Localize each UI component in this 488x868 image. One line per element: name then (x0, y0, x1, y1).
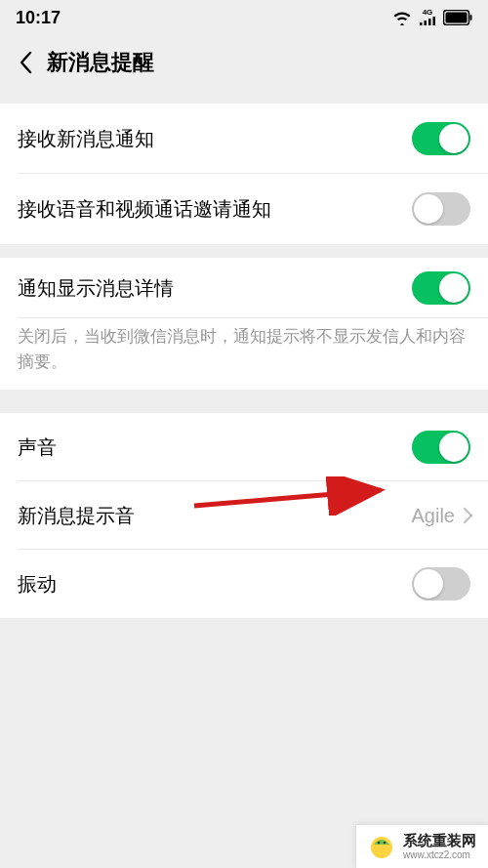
row-sound[interactable]: 声音 (0, 413, 488, 481)
row-show-detail[interactable]: 通知显示消息详情 (0, 258, 488, 318)
watermark-logo-icon (368, 833, 395, 860)
watermark-main: 系统重装网 (403, 833, 476, 849)
section-sound: 声音 新消息提示音 Agile 振动 (0, 413, 488, 618)
separator (0, 390, 488, 413)
switch-receive-voip[interactable] (412, 192, 470, 226)
watermark-text: 系统重装网 www.xtcz2.com (403, 833, 476, 860)
row-label: 振动 (18, 571, 412, 598)
row-label: 声音 (18, 434, 412, 461)
row-label: 接收语音和视频通话邀请通知 (18, 196, 412, 223)
switch-sound[interactable] (412, 431, 470, 464)
row-receive-voip[interactable]: 接收语音和视频通话邀请通知 (0, 174, 488, 244)
separator (0, 244, 488, 258)
status-icons: 4G (392, 10, 472, 25)
switch-vibrate[interactable] (412, 567, 470, 600)
separator (0, 90, 488, 103)
row-label: 通知显示消息详情 (18, 275, 412, 302)
watermark: 系统重装网 www.xtcz2.com (355, 824, 488, 868)
page-title: 新消息提醒 (47, 48, 154, 77)
svg-rect-1 (425, 21, 427, 25)
svg-rect-3 (433, 17, 436, 25)
row-label: 新消息提示音 (18, 503, 412, 529)
row-value: Agile (412, 505, 455, 527)
section-receive: 接收新消息通知 接收语音和视频通话邀请通知 (0, 103, 488, 244)
signal-4g-icon: 4G (420, 10, 435, 24)
svg-rect-6 (470, 15, 472, 21)
battery-icon (443, 10, 472, 25)
status-bar: 10:17 4G (0, 0, 488, 35)
nav-header: 新消息提醒 (0, 35, 488, 90)
chevron-right-icon (457, 508, 473, 524)
row-receive-new-msg[interactable]: 接收新消息通知 (0, 103, 488, 174)
back-button[interactable] (12, 49, 39, 76)
watermark-sub: www.xtcz2.com (403, 849, 476, 860)
row-vibrate[interactable]: 振动 (0, 550, 488, 618)
row-sound-tone[interactable]: 新消息提示音 Agile (0, 481, 488, 550)
status-time: 10:17 (16, 8, 61, 28)
section-detail: 通知显示消息详情 关闭后，当收到微信消息时，通知提示将不显示发信人和内容摘要。 (0, 258, 488, 390)
svg-rect-5 (446, 13, 468, 23)
svg-point-11 (384, 842, 386, 844)
row-label: 接收新消息通知 (18, 126, 412, 152)
chevron-left-icon (19, 51, 32, 74)
detail-description: 关闭后，当收到微信消息时，通知提示将不显示发信人和内容摘要。 (0, 318, 488, 390)
svg-rect-2 (428, 19, 431, 25)
switch-receive-new-msg[interactable] (412, 122, 470, 155)
wifi-icon (392, 10, 412, 25)
svg-rect-0 (420, 22, 423, 25)
switch-show-detail[interactable] (412, 271, 470, 305)
svg-point-10 (378, 842, 380, 844)
